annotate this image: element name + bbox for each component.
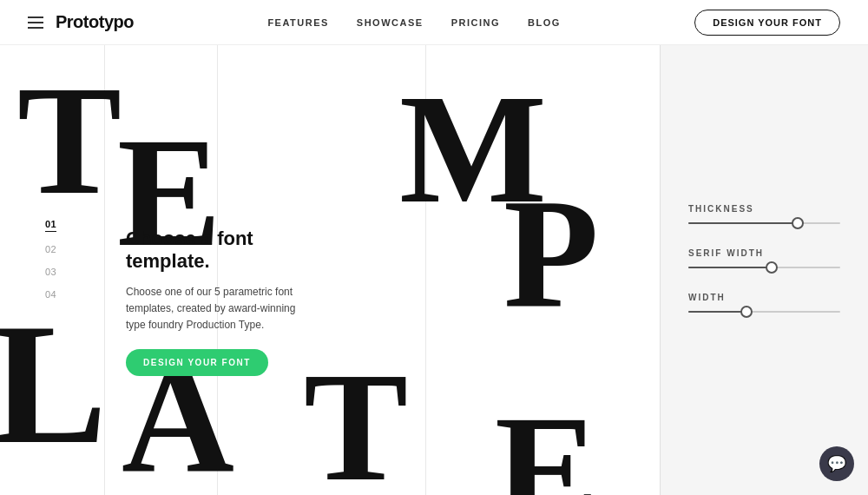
nav-features[interactable]: Features [267,17,328,28]
width-label: Width [688,293,840,302]
nav-cta-button[interactable]: Design Your Font [694,10,840,36]
serif-width-thumb[interactable] [766,261,778,274]
hamburger-menu[interactable] [28,16,43,29]
letter-L: L [0,297,107,471]
logo: Prototypo [56,12,134,32]
step-04[interactable]: 04 [45,289,56,300]
serif-width-label: Serif Width [688,248,840,258]
letter-E-bottom: E [495,393,599,495]
letter-P: P [503,175,599,332]
nav-pricing[interactable]: Pricing [451,17,500,28]
nav-showcase[interactable]: Showcase [357,17,424,28]
nav-links: Features Showcase Pricing Blog [267,17,560,28]
serif-width-slider-group: Serif Width [688,248,840,268]
thickness-label: Thickness [688,204,840,214]
main-content: T E M P L A T E 01 02 03 04 Choose a fon… [0,45,868,495]
width-track[interactable] [688,311,840,313]
step-02[interactable]: 02 [45,244,56,254]
chat-button[interactable]: 💬 [819,446,854,481]
content-cta-button[interactable]: Design Your Font [126,349,268,376]
nav-blog[interactable]: Blog [528,17,561,28]
step-01[interactable]: 01 [45,219,56,232]
thickness-thumb[interactable] [792,217,804,229]
letter-T2: T [304,349,408,495]
step-numbers: 01 02 03 04 [45,219,56,300]
thickness-fill [688,222,798,224]
nav-left: Prototypo [28,12,134,32]
content-heading: Choose a font template. [126,228,317,274]
left-panel: T E M P L A T E 01 02 03 04 Choose a fon… [0,45,660,495]
navbar: Prototypo Features Showcase Pricing Blog… [0,0,868,45]
serif-width-fill [688,267,772,268]
letter-T: T [17,63,122,219]
chat-icon: 💬 [827,454,846,473]
width-slider-group: Width [688,293,840,313]
width-thumb[interactable] [740,306,753,318]
right-panel: Thickness Serif Width Width 💬 [660,45,868,495]
step-03[interactable]: 03 [45,267,56,277]
serif-width-track[interactable] [688,267,840,268]
thickness-track[interactable] [688,222,840,224]
thickness-slider-group: Thickness [688,204,840,224]
content-body: Choose one of our 5 parametric font temp… [126,284,317,334]
content-box: Choose a font template. Choose one of ou… [126,228,317,376]
width-fill [688,311,746,313]
